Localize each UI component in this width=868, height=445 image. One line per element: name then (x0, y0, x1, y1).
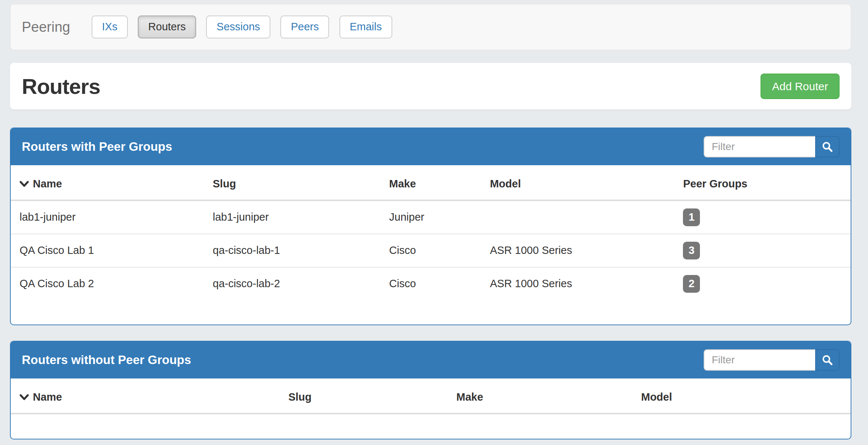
cell-name: QA Cisco Lab 2 (11, 267, 204, 300)
search-button[interactable] (815, 136, 840, 157)
panel-heading: Routers with Peer Groups (11, 128, 851, 165)
table-header-row: NameSlugMakeModelPeer Groups (11, 165, 851, 200)
sort-down-icon (20, 181, 29, 188)
filter-input[interactable] (704, 349, 815, 371)
page-header: Routers Add Router (10, 63, 851, 109)
cell-model: ASR 1000 Series (481, 234, 674, 267)
routers-with-peer-groups-table: NameSlugMakeModelPeer Groups lab1-junipe… (11, 165, 851, 300)
nav-button-peers[interactable]: Peers (280, 16, 329, 38)
panel-heading: Routers without Peer Groups (11, 342, 851, 378)
cell-model (481, 200, 674, 234)
cell-name: lab1-juniper (11, 200, 204, 234)
cell-name: QA Cisco Lab 1 (11, 234, 204, 267)
table-header-row: NameSlugMakeModel (11, 378, 851, 414)
cell-peer-groups: 3 (674, 234, 851, 267)
column-header-make[interactable]: Make (447, 378, 632, 414)
column-header-model[interactable]: Model (632, 378, 851, 414)
app-brand: Peering (22, 19, 70, 35)
nav-button-routers[interactable]: Routers (138, 16, 196, 38)
cell-make: Juniper (380, 200, 481, 234)
filter-group (704, 136, 840, 157)
nav-button-ixs[interactable]: IXs (92, 16, 128, 38)
cell-peer-groups: 1 (674, 200, 851, 234)
peer-groups-badge: 1 (683, 208, 700, 226)
search-button[interactable] (815, 349, 840, 371)
column-header-label: Name (33, 178, 62, 190)
table-row: QA Cisco Lab 1qa-cisco-lab-1CiscoASR 100… (11, 234, 851, 267)
panel-routers-with-peer-groups: Routers with Peer Groups NameSlugMakeMod… (10, 128, 851, 325)
nav-buttons: IXs Routers Sessions Peers Emails (92, 16, 401, 38)
cell-slug: qa-cisco-lab-2 (204, 267, 380, 300)
cell-peer-groups: 2 (674, 267, 851, 300)
cell-slug: qa-cisco-lab-1 (204, 234, 380, 267)
table-row: QA Cisco Lab 2qa-cisco-lab-2CiscoASR 100… (11, 267, 851, 300)
navbar: Peering IXs Routers Sessions Peers Email… (10, 4, 851, 50)
cell-model: ASR 1000 Series (481, 267, 674, 300)
filter-input[interactable] (704, 136, 815, 157)
panel-title: Routers without Peer Groups (22, 353, 191, 367)
panel-title: Routers with Peer Groups (22, 140, 172, 154)
sort-down-icon (20, 394, 29, 401)
column-header-make[interactable]: Make (380, 165, 481, 200)
page-container: Peering IXs Routers Sessions Peers Email… (10, 4, 851, 439)
column-header-name[interactable]: Name (11, 165, 204, 200)
column-header-peer-groups[interactable]: Peer Groups (674, 165, 851, 200)
panel-routers-without-peer-groups: Routers without Peer Groups NameSlugMake… (10, 341, 851, 439)
page-title: Routers (22, 74, 100, 99)
cell-make: Cisco (380, 267, 481, 300)
search-icon (821, 141, 833, 153)
peer-groups-badge: 3 (683, 242, 700, 259)
search-icon (821, 354, 833, 366)
column-header-name[interactable]: Name (11, 378, 280, 414)
filter-group (704, 349, 840, 371)
column-header-label: Name (33, 391, 62, 403)
nav-button-sessions[interactable]: Sessions (206, 16, 270, 38)
column-header-slug[interactable]: Slug (204, 165, 380, 200)
peer-groups-badge: 2 (683, 275, 700, 293)
column-header-slug[interactable]: Slug (280, 378, 448, 414)
table-row: lab1-juniperlab1-juniperJuniper1 (11, 200, 851, 234)
routers-without-peer-groups-table: NameSlugMakeModel (11, 378, 851, 414)
cell-slug: lab1-juniper (204, 200, 380, 234)
add-router-button[interactable]: Add Router (761, 74, 840, 99)
column-header-model[interactable]: Model (481, 165, 674, 200)
nav-button-emails[interactable]: Emails (339, 16, 392, 38)
cell-make: Cisco (380, 234, 481, 267)
